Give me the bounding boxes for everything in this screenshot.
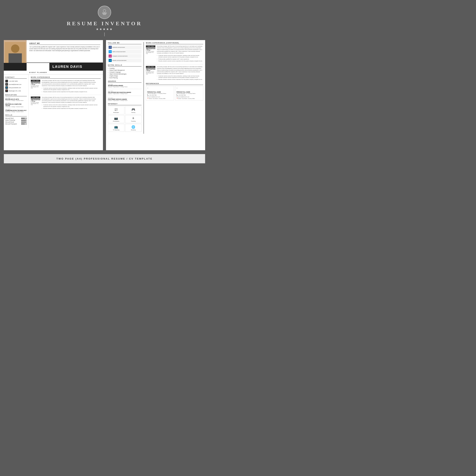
work-location-1: Washington Dc, Usa — [31, 86, 40, 88]
name-section: LAUREN DAVIS — [4, 63, 103, 71]
brand-logo — [98, 6, 111, 19]
extra-skill-3: Object-Oriented Methodologies — [108, 73, 141, 75]
about-text: I am a professionally qualified fire eng… — [29, 46, 100, 51]
work-desc-area-2: Accounting manager with five years of ac… — [42, 97, 101, 110]
work-cont-date-1: 2004 - 2009 — [146, 45, 155, 47]
resume-page-2: FOLLOW ME f facebook.com/yourname t twit… — [106, 40, 205, 150]
main-content: WORK EXPERIENCE 2004 - 2009 JOB POSITION… — [29, 74, 103, 128]
work-entry-1: 2004 - 2009 JOB POSITION / TITLE Company… — [31, 80, 101, 93]
interest-label-tv: TV Watching — [113, 129, 119, 131]
skill-dots-4 — [21, 123, 27, 124]
work-cont-desc-area-1: Accounting manager with five years of ac… — [157, 45, 203, 62]
work-cont-bullet-2-0: Customer service across the various indu… — [157, 75, 203, 78]
work-bullets-1: Customer service across the various indu… — [42, 87, 101, 92]
work-desc-2: Accounting manager with five years of ac… — [42, 97, 101, 103]
interest-photography: 📷 Photography — [108, 115, 124, 123]
dot — [25, 121, 26, 122]
svg-point-5 — [11, 44, 19, 53]
svg-point-0 — [103, 10, 106, 12]
work-cont-date-box-2: 2004 - 2009 JOB POSITION / TITLE Company… — [146, 66, 155, 81]
dot — [26, 121, 27, 122]
skill-item-3: Microsoft Excell — [5, 121, 27, 123]
about-area: ABOUT ME I am a professionally qualified… — [27, 40, 103, 63]
dot — [26, 120, 27, 121]
web-icon: 🌐 — [5, 86, 8, 89]
edu-item-3: July' 2017 COMMUNICATION TECHNOLOGY Univ… — [5, 109, 27, 112]
ref-grid: " PERSON FULL NAME General Manager ‖ Com… — [146, 86, 203, 101]
interest-label-newspaper: Newspaper — [113, 112, 119, 113]
extra-skills-title: EXTRA SKILLS — [108, 64, 141, 67]
extra-skill-4: Graphic Design — [108, 75, 141, 77]
browsing-icon: 🌐 — [131, 125, 135, 129]
skill-dots-2 — [21, 120, 27, 121]
resume-pages: ABOUT ME I am a professionally qualified… — [4, 40, 205, 150]
award-org-2: Institute / Organization / College Name — [108, 100, 141, 101]
work-location-2: Washington Dc, Usa — [31, 103, 40, 105]
follow-me-section: FOLLOW ME f facebook.com/yourname t twit… — [108, 42, 141, 62]
work-cont-bullet-2-1: Results-oriented customer service experi… — [157, 79, 203, 80]
extra-skill-5: Event Planning — [108, 77, 141, 78]
work-cont-company-2: Company Name — [146, 71, 155, 72]
facebook-url: facebook.com/yourname — [112, 47, 125, 48]
ref-email-2: ✉ yourmail@domain.com — [176, 96, 202, 97]
ref-phone-2: 📞 +123 4567 896 — [176, 94, 202, 96]
work-cont-section: WORK EXPERIENCE (CONTINUED) 2004 - 2009 … — [146, 42, 203, 81]
work-position-2: JOB POSITION / TITLE — [31, 99, 40, 102]
about-title: ABOUT ME — [29, 42, 100, 45]
dot — [25, 123, 26, 124]
work-cont-bullet-1-2: Results-oriented customer service experi… — [157, 60, 203, 62]
work-bullets-2: Customer service across the various indu… — [42, 104, 101, 109]
edu-school-2: University / College / Institute Name — [5, 106, 27, 107]
ref-card-1: " PERSON FULL NAME General Manager ‖ Com… — [146, 86, 174, 101]
education-title: EDUCATION — [5, 94, 27, 96]
contact-email-item: ✉ yourmail@domain.com — [5, 83, 27, 86]
twitter-icon: t — [109, 50, 112, 53]
work-cont-desc-2: Accounting manager with five years of ac… — [157, 66, 203, 74]
dot — [21, 118, 22, 119]
page2-right: WORK EXPERIENCE (CONTINUED) 2004 - 2009 … — [144, 42, 205, 134]
skill-name-3: Microsoft Excell — [5, 121, 14, 123]
contact-website-item: 🌐 www.yourwebsite.com — [5, 86, 27, 89]
follow-fb: f facebook.com/yourname — [108, 45, 141, 49]
skill-item-1: Microsoft Word — [5, 118, 27, 119]
award-0: Feb' 2004 APPRECIATION AWARD Institute /… — [108, 84, 141, 87]
award-name-2: CUSTOMER SERVICE AWARD — [108, 99, 141, 100]
work-desc-1: Accounting manager with five years of ac… — [42, 80, 101, 87]
name-photo-bg — [4, 63, 27, 71]
resume-page-1: ABOUT ME I am a professionally qualified… — [4, 40, 103, 150]
work-cont-bullets-1: Customer service across the various indu… — [157, 55, 203, 62]
dot — [24, 120, 24, 121]
award-org-1: Institute / Organization / College Name — [108, 93, 141, 94]
skill-dots-1 — [21, 118, 27, 119]
work-cont-bullet-1-0: Customer service across the various indu… — [157, 55, 203, 58]
ref-phone-1: 📞 +123 4567 896 — [147, 94, 173, 96]
phone-icon: 📞 — [5, 80, 8, 83]
ref-name-2: PERSON FULL NAME — [176, 91, 202, 93]
skill-item-2: Adobe Photoshop — [5, 119, 27, 121]
facebook-icon: f — [109, 46, 112, 49]
work-position-1: JOB POSITION / TITLE — [31, 83, 40, 85]
interest-gaming: 🎮 Gaming — [125, 106, 142, 114]
ref-quote-1: " — [147, 87, 173, 91]
work-cont-position-1: JOB POSITION / TITLE — [146, 48, 155, 51]
dot — [24, 118, 24, 119]
ref-address-1: 📍 Street -City Name, Country 6356. — [147, 98, 173, 99]
edu-degree-2: MASTERS IN COMPUTER TECHN. — [5, 103, 27, 106]
brand-divider — [104, 33, 105, 36]
dot — [22, 121, 23, 122]
contact-email: yourmail@domain.com — [9, 84, 21, 85]
twitter-url: twitter.com/yourusername — [112, 51, 126, 52]
interest-label-traveling: Traveling — [131, 121, 136, 122]
education-section: EDUCATION Feb' 2004 BACHELOR OF ARTS Uni… — [5, 94, 27, 112]
work-date-box-2: 2004 - 2009 JOB POSITION / TITLE Company… — [31, 97, 40, 110]
award-name-1: VOLUNTEER RECOGNITION AWARD — [108, 92, 141, 93]
work-cont-position-2: JOB POSITION / TITLE — [146, 68, 155, 71]
extra-skill-2: Computer Language — [108, 71, 141, 73]
work-bullet-1-0: Customer service across the various indu… — [42, 87, 101, 91]
dot — [21, 123, 22, 124]
interest-section: INTEREST 📰 Newspaper 🎮 Gaming 📷 Photo — [108, 103, 141, 132]
work-bullet-1-1: Results-oriented customer service experi… — [42, 91, 101, 92]
work-exp-title: WORK EXPERIENCE — [31, 76, 101, 79]
edu-school-3: University / College / Institute Name — [5, 111, 27, 112]
name-area: LAUREN DAVIS — [49, 63, 103, 71]
